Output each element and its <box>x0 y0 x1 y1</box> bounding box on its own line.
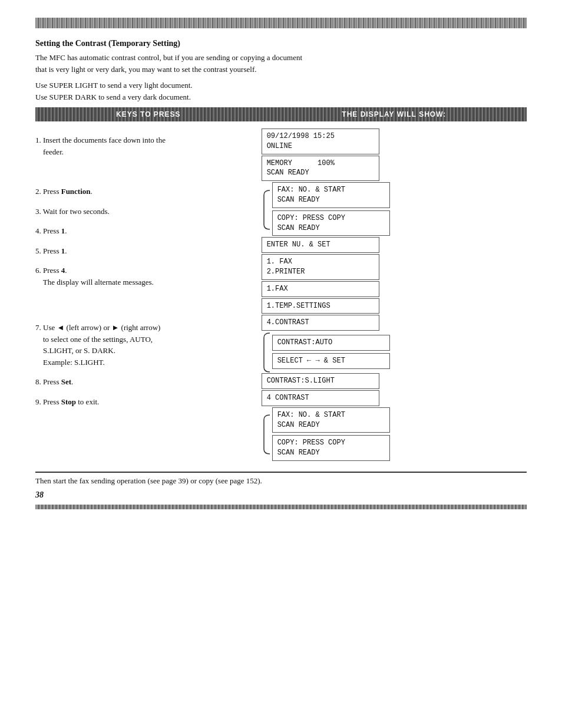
display-8: 1.TEMP.SETTINGS <box>262 298 379 314</box>
step-7: 7. Use ◄ (left arrow) or ► (right arrow)… <box>35 322 262 368</box>
bracket-svg-2 <box>262 332 272 373</box>
steps-column: 1. Insert the documents face down into t… <box>35 123 262 462</box>
display-15: COPY: PRESS COPY SCAN READY <box>272 435 390 461</box>
step-9: 9. Press Stop to exit. <box>35 396 262 408</box>
display-5: ENTER NU. & SET <box>262 237 379 253</box>
display-header: THE DISPLAY WILL SHOW: <box>262 107 527 121</box>
section-title: Setting the Contrast (Temporary Setting) <box>35 39 527 48</box>
display-9: 4.CONTRAST <box>262 315 379 331</box>
page: Setting the Contrast (Temporary Setting)… <box>0 0 562 728</box>
display-4: COPY: PRESS COPY SCAN READY <box>272 210 390 236</box>
panels-stack-3: FAX: NO. & START SCAN READY COPY: PRESS … <box>272 407 390 462</box>
main-content-area: 1. Insert the documents face down into t… <box>35 123 527 462</box>
display-10: CONTRAST:AUTO <box>272 335 390 351</box>
panels-stack-2: CONTRAST:AUTO SELECT ← → & SET <box>272 335 390 370</box>
page-number: 38 <box>35 490 527 500</box>
bracket-svg-1 <box>262 189 272 230</box>
display-13: 4 CONTRAST <box>262 390 379 406</box>
bracket-group-1: FAX: NO. & START SCAN READY COPY: PRESS … <box>262 182 390 237</box>
step-4: 4. Press 1. <box>35 225 262 237</box>
footer-text: Then start the fax sending operation (se… <box>35 472 527 486</box>
display-14: FAX: NO. & START SCAN READY <box>272 407 390 433</box>
intro-text-1: The MFC has automatic contrast control, … <box>35 52 527 75</box>
display-1: 09/12/1998 15:25 ONLINE <box>262 129 379 154</box>
step-2: 2. Press Function. <box>35 186 262 197</box>
displays-column: 09/12/1998 15:25 ONLINE MEMORY 100% SCAN… <box>262 123 527 462</box>
step-3: 3. Wait for two seconds. <box>35 206 262 218</box>
step-1: 1. Insert the documents face down into t… <box>35 134 262 157</box>
step-5: 5. Press 1. <box>35 245 262 257</box>
bracket-svg-3 <box>262 414 272 455</box>
display-2: MEMORY 100% SCAN READY <box>262 156 379 182</box>
step-6: 6. Press 4. The display will alternate m… <box>35 265 262 288</box>
top-decorative-bar <box>35 18 527 28</box>
bracket-group-3: FAX: NO. & START SCAN READY COPY: PRESS … <box>262 407 390 462</box>
bottom-decorative-bar <box>35 505 527 509</box>
step-8: 8. Press Set. <box>35 376 262 388</box>
display-12: CONTRAST:S.LIGHT <box>262 373 379 389</box>
display-7: 1.FAX <box>262 281 379 297</box>
bracket-group-2: CONTRAST:AUTO SELECT ← → & SET <box>262 332 390 373</box>
display-3: FAX: NO. & START SCAN READY <box>272 182 390 208</box>
instruction-light: Use SUPER LIGHT to send a very light doc… <box>35 80 527 103</box>
display-11: SELECT ← → & SET <box>272 353 390 369</box>
column-headers: KEYS TO PRESS THE DISPLAY WILL SHOW: <box>35 107 527 121</box>
keys-header: KEYS TO PRESS <box>35 107 262 121</box>
display-6: 1. FAX 2.PRINTER <box>262 254 379 280</box>
panels-stack-1: FAX: NO. & START SCAN READY COPY: PRESS … <box>272 182 390 237</box>
